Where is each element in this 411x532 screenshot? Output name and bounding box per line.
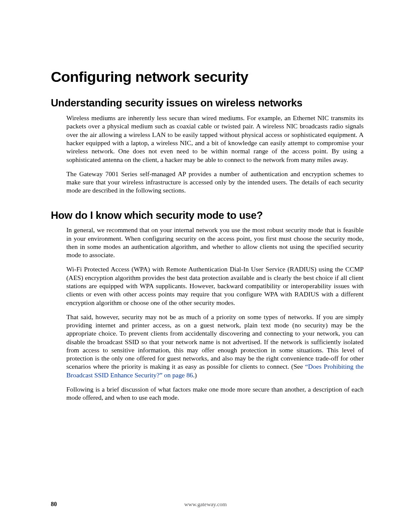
- paragraph-text-post: .): [193, 371, 197, 379]
- section-heading-understanding: Understanding security issues on wireles…: [51, 97, 364, 109]
- section-heading-which-mode: How do I know which security mode to use…: [51, 209, 364, 222]
- page-container: Configuring network security Understandi…: [0, 0, 411, 532]
- section-body-which-mode: In general, we recommend that on your in…: [66, 226, 364, 401]
- paragraph: Following is a brief discussion of what …: [66, 385, 364, 402]
- paragraph-with-xref: That said, however, security may not be …: [66, 313, 364, 379]
- page-title: Configuring network security: [51, 69, 364, 85]
- footer-url: www.gateway.com: [0, 501, 411, 508]
- section-spacer: [51, 201, 364, 209]
- section-body-understanding: Wireless mediums are inherently less sec…: [66, 114, 364, 194]
- paragraph: Wi-Fi Protected Access (WPA) with Remote…: [66, 265, 364, 306]
- paragraph: The Gateway 7001 Series self-managed AP …: [66, 170, 364, 195]
- paragraph: Wireless mediums are inherently less sec…: [66, 114, 364, 164]
- paragraph: In general, we recommend that on your in…: [66, 226, 364, 259]
- paragraph-text-pre: That said, however, security may not be …: [66, 313, 364, 370]
